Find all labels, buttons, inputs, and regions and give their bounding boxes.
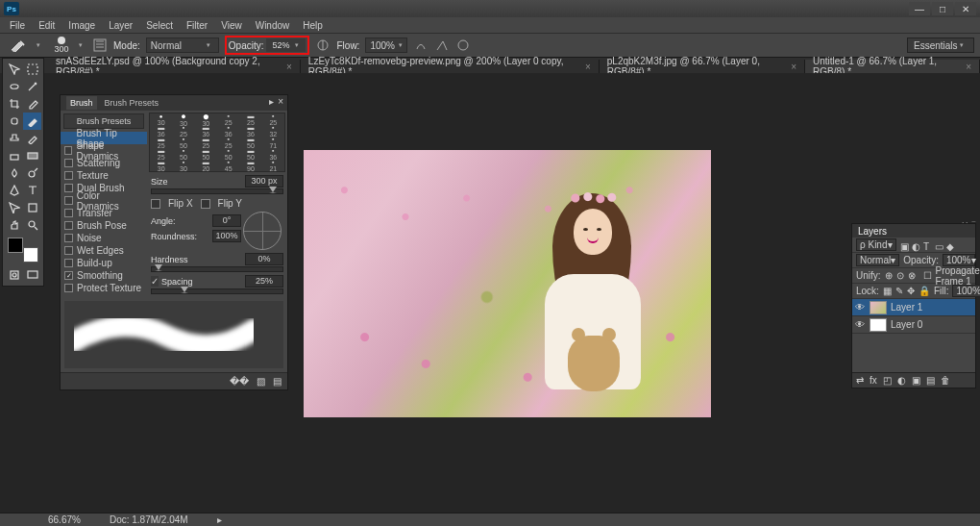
close-icon[interactable]: × [791,62,796,72]
gradient-tool[interactable] [23,147,41,164]
close-icon[interactable]: × [585,62,591,72]
menu-window[interactable]: Window [256,20,290,31]
mask-icon[interactable]: ◰ [883,375,892,386]
quickmask-toggle[interactable] [5,266,23,284]
maximize-button[interactable]: □ [932,2,953,15]
marquee-tool[interactable] [23,61,41,78]
spacing-checkbox[interactable]: ✓ [151,276,159,287]
menu-help[interactable]: Help [303,20,323,31]
eraser-tool[interactable] [5,147,23,164]
airbrush-icon[interactable] [413,38,429,53]
crop-tool[interactable] [5,95,23,113]
brush-panel-toggle-icon[interactable] [92,38,108,53]
close-icon[interactable]: × [286,62,292,72]
collapse-icon[interactable]: ▸ [269,96,274,107]
brush-tip[interactable]: ▪21 [262,160,284,171]
layer-thumbnail[interactable] [870,301,887,314]
brush-option-noise[interactable]: Noise [61,232,147,244]
roundness-value[interactable]: 100% [212,230,241,242]
new-layer-icon[interactable]: ▤ [926,375,935,386]
brush-option-brush-pose[interactable]: Brush Pose [61,219,147,232]
propagate-check[interactable]: ☐ [923,270,932,281]
eyedropper-tool[interactable] [23,95,41,113]
doc-tab-1[interactable]: snASdEEzLY.psd @ 100% (Background copy 2… [48,60,301,73]
visibility-icon[interactable]: 👁 [854,319,866,330]
blend-mode[interactable]: Normal▾ [856,254,899,266]
checkbox[interactable] [64,184,73,192]
tool-preset-picker[interactable] [6,37,31,54]
brush-tool[interactable] [23,113,41,130]
brush-tip[interactable]: ▬30 [150,160,172,171]
close-icon[interactable]: × [278,96,283,107]
chevron-down-icon[interactable]: ▾ [37,41,44,49]
menu-file[interactable]: File [10,20,25,31]
unify-style-icon[interactable]: ⊗ [908,270,916,281]
flipx-checkbox[interactable] [151,199,160,209]
checkbox[interactable] [64,284,73,292]
brush-option-build-up[interactable]: Build-up [61,257,147,269]
document-canvas[interactable] [304,150,711,417]
pressure-opacity-icon[interactable] [315,38,331,53]
heal-tool[interactable] [5,113,23,130]
new-brush-icon[interactable]: ▧ [257,376,265,387]
lock-trans-icon[interactable]: ▦ [883,286,892,296]
visibility-icon[interactable]: 👁 [854,302,866,313]
filter-pixel-icon[interactable]: ▣ [900,241,908,249]
filter-adjust-icon[interactable]: ◐ [912,241,919,249]
checkbox[interactable] [64,171,73,180]
brush-tip[interactable]: ▪30 [172,160,194,171]
pressure-size-icon[interactable] [434,38,450,53]
pen-tool[interactable] [5,182,23,199]
doc-size[interactable]: Doc: 1.87M/2.04M [110,514,188,525]
minimize-button[interactable]: — [909,2,930,15]
checkbox[interactable]: ✓ [64,271,73,280]
checkbox[interactable] [64,146,72,155]
angle-control[interactable] [243,212,282,250]
brush-preview-icon[interactable] [58,37,65,44]
chevron-down-icon[interactable]: ▾ [79,41,86,49]
menu-filter[interactable]: Filter [186,20,208,31]
hand-tool[interactable] [5,216,23,234]
filter-smart-icon[interactable]: ◆ [946,241,954,249]
adjustment-icon[interactable]: ◐ [897,375,906,386]
brush-tip[interactable]: ▬20 [195,160,217,171]
unify-pos-icon[interactable]: ⊕ [885,270,893,281]
brush-size-value[interactable]: 300 [50,44,73,54]
tab-brush-presets[interactable]: Brush Presets [105,98,159,108]
foreground-color[interactable] [8,238,23,253]
workspace-switcher[interactable]: Essentials ▾ [907,38,974,53]
layer-fill[interactable]: 100%▾ [952,285,980,297]
menu-image[interactable]: Image [68,20,95,31]
checkbox[interactable] [64,196,73,205]
zoom-level[interactable]: 66.67% [48,514,81,525]
opacity-field[interactable]: 52% ▾ [266,38,306,52]
lock-pixels-icon[interactable]: ✎ [895,286,903,296]
lasso-tool[interactable] [5,78,23,95]
spacing-value[interactable]: 25% [245,275,283,288]
tablet-pressure-icon[interactable] [455,38,471,53]
layer-row[interactable]: 👁Layer 1 [852,299,975,316]
filter-shape-icon[interactable]: ▭ [935,241,943,249]
checkbox[interactable] [64,209,73,217]
close-icon[interactable]: × [966,62,971,72]
background-color[interactable] [23,247,38,263]
screen-mode[interactable] [23,266,41,284]
filter-type-icon[interactable]: T [923,241,931,249]
doc-tab-4[interactable]: Untitled-1 @ 66.7% (Layer 1, RGB/8) *× [805,60,980,73]
checkbox[interactable] [64,221,73,230]
brush-option-wet-edges[interactable]: Wet Edges [61,244,147,257]
hardness-slider[interactable] [151,266,283,272]
menu-edit[interactable]: Edit [38,20,55,31]
dodge-tool[interactable] [23,164,41,182]
flipy-checkbox[interactable] [201,199,210,209]
filter-kind[interactable]: ρ Kind▾ [856,238,896,251]
move-tool[interactable] [5,61,23,78]
tab-layers[interactable]: Layers [858,226,887,237]
size-slider[interactable] [151,188,283,194]
layer-row[interactable]: 👁Layer 0 [852,316,975,334]
stamp-tool[interactable] [5,130,23,147]
brush-tip[interactable]: ▪45 [217,160,239,171]
lock-all-icon[interactable]: 🔒 [919,286,930,296]
link-icon[interactable]: ⇄ [856,375,864,386]
brush-tip-grid[interactable]: ●30●30●30▪25▬25▪25▬36▪25▬36▪36▬36▪32▬25▪… [149,113,285,172]
